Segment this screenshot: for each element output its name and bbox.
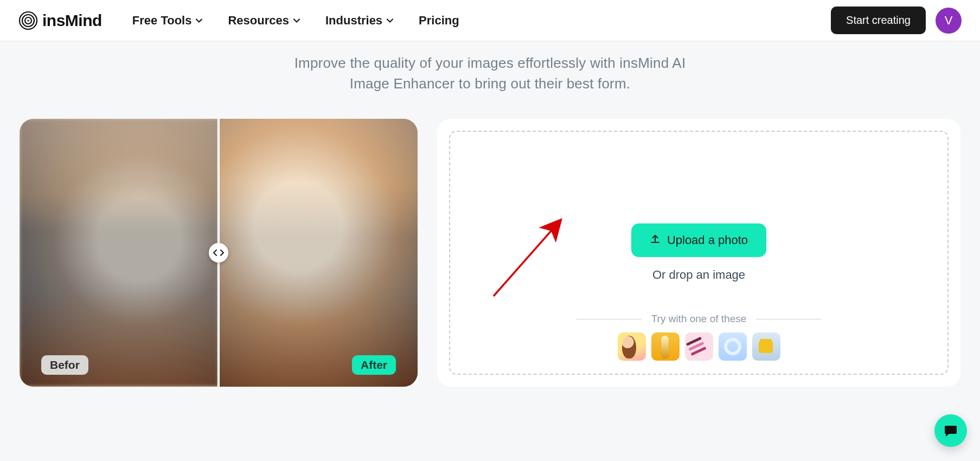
brand-name: insMind — [42, 11, 102, 30]
chevron-down-icon — [195, 17, 203, 24]
upload-dropzone[interactable]: Upload a photo Or drop an image Try with… — [449, 131, 949, 375]
nav-pricing[interactable]: Pricing — [419, 14, 459, 28]
sample-serum-thumbnail[interactable] — [651, 332, 680, 361]
chat-icon — [943, 423, 958, 438]
nav-item-label: Resources — [228, 14, 289, 28]
nav-industries[interactable]: Industries — [325, 14, 394, 28]
upload-icon — [650, 233, 661, 247]
top-nav: insMind Free Tools Resources Industries … — [0, 0, 980, 41]
main-content: Befor After Upload a photo Or drop an im… — [0, 94, 980, 387]
compare-drag-handle[interactable] — [209, 243, 228, 262]
brand-mark-icon — [18, 11, 38, 30]
sample-images-section: Try with one of these — [450, 313, 947, 361]
upload-card: Upload a photo Or drop an image Try with… — [437, 119, 960, 387]
sample-headphones-thumbnail[interactable] — [719, 332, 747, 361]
compare-after-image — [219, 119, 418, 387]
before-after-compare[interactable]: Befor After — [20, 119, 418, 387]
nav-item-label: Free Tools — [132, 14, 192, 28]
hero-tagline: Improve the quality of your images effor… — [0, 41, 980, 94]
sample-brushes-thumbnail[interactable] — [685, 332, 713, 361]
sample-person-thumbnail[interactable] — [618, 332, 646, 361]
sample-handbag-thumbnail[interactable] — [752, 332, 780, 361]
samples-title-row: Try with one of these — [577, 313, 822, 325]
start-creating-button[interactable]: Start creating — [831, 7, 926, 34]
upload-photo-button[interactable]: Upload a photo — [631, 223, 766, 257]
svg-point-3 — [27, 20, 29, 21]
compare-before-image — [20, 119, 219, 387]
divider-line — [577, 319, 642, 319]
header-actions: Start creating V — [831, 7, 962, 34]
chevron-down-icon — [293, 17, 300, 24]
brand-logo[interactable]: insMind — [18, 11, 102, 30]
drop-hint: Or drop an image — [652, 268, 745, 282]
nav-free-tools[interactable]: Free Tools — [132, 14, 203, 28]
after-badge: After — [352, 355, 396, 375]
sample-thumbnails — [618, 332, 780, 361]
nav-item-label: Pricing — [419, 14, 459, 28]
tagline-line-1: Improve the quality of your images effor… — [0, 53, 980, 74]
tagline-line-2: Image Enhancer to bring out their best f… — [0, 74, 980, 94]
nav-resources[interactable]: Resources — [228, 14, 300, 28]
upload-button-label: Upload a photo — [667, 233, 748, 247]
samples-title: Try with one of these — [651, 313, 747, 325]
primary-nav: Free Tools Resources Industries Pricing — [132, 14, 459, 28]
drag-horizontal-icon — [213, 249, 224, 257]
chat-widget-button[interactable] — [934, 414, 967, 447]
user-avatar[interactable]: V — [936, 8, 962, 34]
avatar-initial: V — [945, 14, 953, 28]
before-badge: Befor — [41, 355, 88, 375]
divider-line — [756, 319, 821, 319]
chevron-down-icon — [386, 17, 394, 24]
nav-item-label: Industries — [325, 14, 382, 28]
